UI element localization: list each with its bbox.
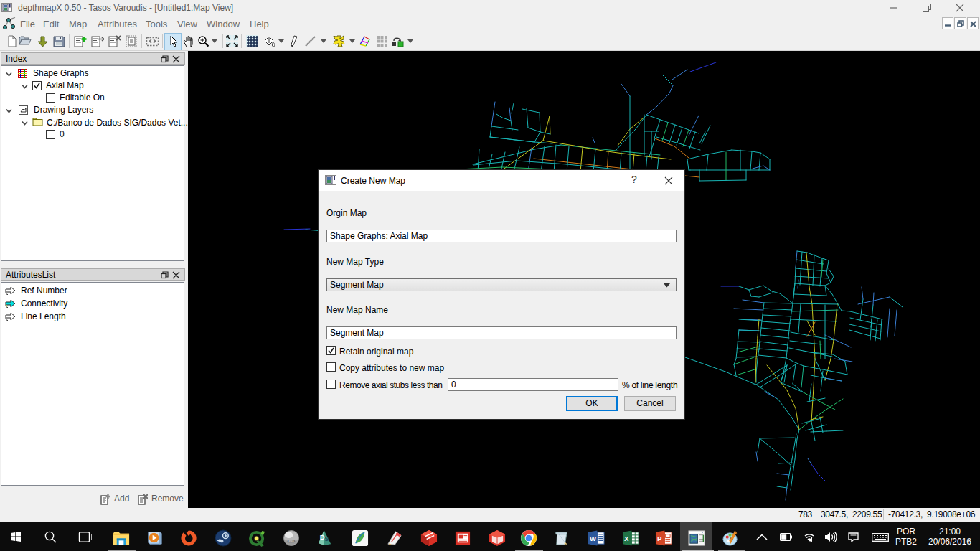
svg-text:s: s xyxy=(325,534,329,542)
svg-text:W: W xyxy=(590,534,597,542)
svg-text:D: D xyxy=(320,533,325,541)
svg-text:X: X xyxy=(624,534,629,542)
svg-text:PRO: PRO xyxy=(288,540,294,543)
svg-text:P: P xyxy=(657,534,662,542)
